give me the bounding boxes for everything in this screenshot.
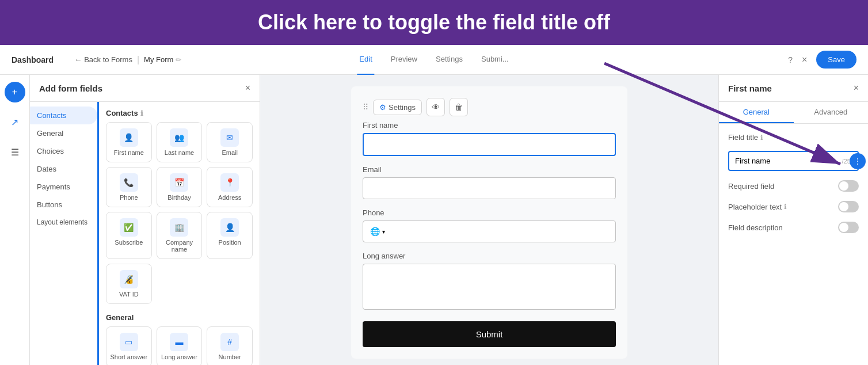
header-nav: ← Back to Forms | My Form ✏ [74, 55, 181, 65]
contacts-section-label: Contacts ℹ [106, 109, 253, 117]
field-email[interactable]: ✉ Email [207, 122, 253, 162]
email-icon: ✉ [220, 128, 239, 147]
tab-advanced[interactable]: Advanced [794, 102, 869, 123]
header-tabs: Edit Preview Settings Submi... [357, 45, 511, 75]
app-title: Dashboard [12, 55, 54, 64]
field-title-input[interactable] [728, 151, 859, 171]
drag-handle-icon[interactable]: ⠿ [363, 102, 368, 112]
form-toolbar: ⠿ ⚙ Settings 👁 🗑 [363, 98, 616, 116]
icon-nav: + ↗ ☰ [0, 75, 30, 365]
first-name-input[interactable] [363, 133, 616, 156]
save-button[interactable]: Save [816, 51, 856, 69]
field-settings-button[interactable]: ⚙ Settings [373, 100, 422, 115]
field-address[interactable]: 📍 Address [207, 167, 253, 207]
position-label: Position [219, 239, 241, 246]
long-answer-label: Long answer [161, 353, 197, 360]
field-first-name[interactable]: 👤 First name [106, 122, 152, 162]
email-input[interactable] [363, 177, 616, 199]
back-to-forms-link[interactable]: ← Back to Forms [74, 55, 132, 64]
fields-layout: Contacts General Choices Dates Payments … [30, 102, 260, 365]
category-contacts[interactable]: Contacts [30, 107, 97, 124]
add-field-icon-button[interactable]: + [5, 82, 25, 102]
field-title-label-text: Field title [728, 133, 758, 142]
form-group-phone: Phone 🌐 ▾ [363, 208, 616, 242]
form-name-text: My Form [144, 55, 173, 64]
placeholder-text-row: Placeholder text ℹ [728, 201, 859, 212]
number-label: Number [219, 353, 241, 360]
form-card: ⠿ ⚙ Settings 👁 🗑 First name [351, 86, 627, 359]
first-name-field-label: First name [363, 121, 616, 130]
fields-grid-container: Contacts ℹ 👤 First name 👥 Last name [99, 102, 260, 365]
address-icon: 📍 [220, 173, 239, 192]
last-name-label: Last name [165, 149, 194, 156]
field-last-name[interactable]: 👥 Last name [157, 122, 203, 162]
number-icon: # [220, 333, 239, 351]
contacts-info-icon[interactable]: ℹ [140, 109, 143, 117]
field-long-answer[interactable]: ▬ Long answer [157, 326, 203, 365]
birthday-icon: 📅 [170, 173, 188, 192]
email-field-label: Email [363, 165, 616, 174]
phone-label: Phone [120, 194, 138, 201]
long-answer-textarea[interactable] [363, 264, 616, 310]
help-icon[interactable]: ? [788, 55, 793, 64]
tutorial-banner: Click here to toggle the field title off [0, 0, 868, 45]
category-payments[interactable]: Payments [30, 178, 97, 196]
required-field-toggle[interactable] [838, 180, 859, 192]
field-title-input-wrapper: /255 ⋮ [728, 151, 859, 171]
share-icon-button[interactable]: ↗ [5, 112, 25, 132]
banner-text: Click here to toggle the field title off [258, 10, 610, 34]
right-panel-close-button[interactable]: × [854, 83, 859, 93]
field-description-label: Field description [728, 223, 783, 232]
trash-icon: 🗑 [455, 102, 463, 112]
eye-icon: 👁 [432, 102, 440, 112]
placeholder-info-icon[interactable]: ℹ [784, 203, 787, 211]
email-label: Email [222, 149, 238, 156]
field-title-info-icon[interactable]: ℹ [760, 134, 763, 142]
section-label-text: Contacts [106, 109, 138, 117]
long-answer-icon: ▬ [170, 333, 188, 351]
tab-general[interactable]: General [719, 102, 794, 123]
vat-label: VAT ID [119, 291, 139, 298]
category-buttons[interactable]: Buttons [30, 196, 97, 214]
add-fields-close-button[interactable]: × [245, 83, 250, 93]
tab-edit[interactable]: Edit [357, 45, 374, 75]
category-dates[interactable]: Dates [30, 160, 97, 178]
field-company-name[interactable]: 🏢 Company name [157, 212, 203, 259]
field-short-answer[interactable]: ▭ Short answer [106, 326, 152, 365]
trash-icon-button[interactable]: 🗑 [450, 98, 468, 116]
eye-icon-button[interactable]: 👁 [427, 98, 445, 116]
field-subscribe[interactable]: ✅ Subscribe [106, 212, 152, 259]
field-vat-id[interactable]: 🔏 VAT ID [106, 264, 152, 304]
add-fields-header: Add form fields × [30, 75, 260, 102]
placeholder-text-toggle[interactable] [838, 201, 859, 212]
vat-icon: 🔏 [120, 270, 138, 288]
category-layout-elements[interactable]: Layout elements [30, 214, 97, 231]
field-title-action-button[interactable]: ⋮ [850, 153, 866, 169]
company-icon: 🏢 [170, 218, 188, 237]
placeholder-label: Placeholder text ℹ [728, 203, 787, 211]
required-field-label: Required field [728, 182, 774, 191]
category-choices[interactable]: Choices [30, 142, 97, 160]
general-section-label: General [106, 313, 253, 322]
list-icon-button[interactable]: ☰ [5, 142, 25, 162]
address-label: Address [218, 194, 241, 201]
tab-preview[interactable]: Preview [389, 45, 420, 75]
phone-input[interactable]: 🌐 ▾ [363, 220, 616, 242]
phone-chevron-icon: ▾ [382, 229, 385, 235]
right-panel-content: Field title ℹ /255 ⋮ Required field [719, 124, 868, 365]
edit-pencil-icon[interactable]: ✏ [176, 56, 181, 64]
back-label: Back to Forms [84, 55, 132, 64]
company-label: Company name [161, 239, 199, 253]
tab-submit[interactable]: Submi... [479, 45, 511, 75]
field-phone[interactable]: 📞 Phone [106, 167, 152, 207]
field-birthday[interactable]: 📅 Birthday [157, 167, 203, 207]
header-close-icon[interactable]: × [802, 55, 807, 65]
form-canvas: ⠿ ⚙ Settings 👁 🗑 First name [260, 75, 718, 365]
field-position[interactable]: 👤 Position [207, 212, 253, 259]
tab-settings[interactable]: Settings [433, 45, 465, 75]
submit-button[interactable]: Submit [363, 321, 616, 347]
field-number[interactable]: # Number [207, 326, 253, 365]
category-general[interactable]: General [30, 124, 97, 142]
field-description-toggle[interactable] [838, 222, 859, 233]
add-fields-panel: Add form fields × Contacts General Choic… [30, 75, 260, 365]
